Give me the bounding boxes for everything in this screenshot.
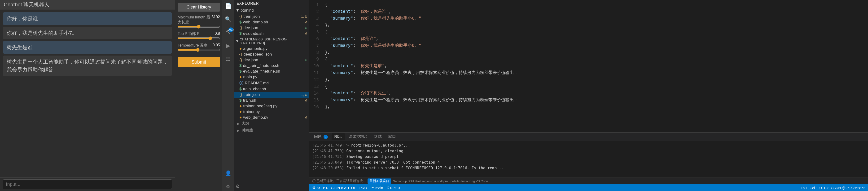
warnings-count: 0 <box>398 186 400 190</box>
sh-icon: $ <box>239 98 242 103</box>
file-web-demo-sh[interactable]: $ web_demo.sh M <box>234 20 309 25</box>
line-numbers: 12345678910111213141516 <box>309 0 321 132</box>
ptuning-section[interactable]: ▼ ptuning <box>234 7 309 14</box>
code-line: { <box>325 83 864 90</box>
temperature-slider[interactable] <box>178 49 220 51</box>
extensions-icon[interactable]: ☷ <box>224 55 232 63</box>
tab-output[interactable]: 输出 <box>332 133 345 140</box>
tab-ports[interactable]: 端口 <box>385 133 399 140</box>
run-icon[interactable]: ▶ <box>224 42 232 50</box>
chatglm-section[interactable]: ▼ CHATGLM2-6B [SSH: REGION-8.AUTODL.PRO] <box>234 36 309 46</box>
sh-icon: $ <box>239 20 242 25</box>
file-ds-train[interactable]: $ ds_train_finetune.sh <box>234 63 309 69</box>
chat-panel: Chatbot 聊天机器人 你好，你是谁你好，我是树先生的助手小7。树先生是谁树… <box>0 0 175 191</box>
file-dev-json-chatglm[interactable]: {} dev.json U <box>234 57 309 63</box>
explorer-settings-icon[interactable]: ⚙ <box>234 182 309 191</box>
line-number: 12 <box>310 76 319 83</box>
reconnect-button[interactable]: 重新加载窗口 <box>368 179 391 184</box>
file-train-chat-sh[interactable]: $ train_chat.sh <box>234 86 309 92</box>
status-bar: ⚙ SSH: REGION-8.AUTODL.PRO ⚯ main ☓ 0 △ … <box>309 184 868 191</box>
file-readme-md[interactable]: ⓘ README.md <box>234 80 309 86</box>
explorer-header: EXPLORER <box>234 0 309 7</box>
code-line: }, <box>325 22 864 29</box>
file-web-demo-py[interactable]: ● web_demo.py M <box>234 115 309 120</box>
explorer-icon[interactable]: 📄 <box>224 2 232 10</box>
json-icon: {} <box>239 26 242 30</box>
file-evaluate-finetune[interactable]: $ evaluate_finetune.sh <box>234 69 309 74</box>
top-p-slider[interactable] <box>178 37 220 40</box>
line-number: 15 <box>310 97 319 103</box>
chat-title: Chatbot 聊天机器人 <box>0 0 175 9</box>
clear-history-button[interactable]: Clear History <box>178 3 220 11</box>
ssh-status[interactable]: ⚙ SSH: REGION-8.AUTODL.PRO <box>312 186 367 190</box>
source-control-badge: 250 <box>228 27 233 32</box>
file-main-py[interactable]: ● main.py <box>234 74 309 80</box>
top-p-group: Top P 顶部 P 0.8 <box>178 31 220 40</box>
tab-debug[interactable]: 调试控制台 <box>346 133 370 140</box>
chat-input-area <box>0 177 175 191</box>
terminal-line: [21:46:41.749] > root@region-8.autodl.pr… <box>312 142 865 148</box>
code-line: "content": "树先生是谁", <box>325 63 864 69</box>
timeline-section[interactable]: ► 时间线 <box>234 127 309 134</box>
line-number: 13 <box>310 83 319 90</box>
line-number: 11 <box>310 69 319 76</box>
editor-area: 12345678910111213141516 { "content": "你好… <box>309 0 868 132</box>
max-length-slider[interactable] <box>178 25 220 28</box>
tab-problems[interactable]: 问题 1 <box>311 133 331 140</box>
connection-status-text: ⓘ 已断开连接。正在尝试重新连接... <box>312 179 366 183</box>
line-number: 9 <box>310 56 319 63</box>
temperature-label: Temperature 温度 0.95 <box>178 43 220 48</box>
line-number: 1 <box>310 1 319 8</box>
warning-icon: △ <box>394 186 396 190</box>
file-dev-json-ptuning[interactable]: {} dev.json U <box>234 25 309 31</box>
json-icon: {} <box>239 58 242 62</box>
line-number: 16 <box>310 103 319 110</box>
max-length-label: Maximum length 最大长度 8192 <box>178 15 220 25</box>
terminal-line: [21:48:20.853] Failed to set up socket f… <box>312 165 865 171</box>
code-content: { "content": "你好，你是谁", "summary": "你好，我是… <box>321 0 868 132</box>
terminal-panel: 问题 1 输出 调试控制台 终端 端口 [21:46:41.749] > roo… <box>309 132 868 184</box>
right-panel: 12345678910111213141516 { "content": "你好… <box>309 0 868 191</box>
code-line: "content": "介绍下树先生", <box>325 90 864 97</box>
submit-button[interactable]: Submit <box>178 57 220 67</box>
py-icon: ● <box>239 46 242 51</box>
author-label: CSDN @2629352872 <box>831 186 865 190</box>
py-icon: ● <box>239 75 242 79</box>
search-icon[interactable]: 🔍 <box>224 15 232 24</box>
line-number: 8 <box>310 49 319 56</box>
file-evaluate-sh[interactable]: $ evaluate.sh M <box>234 31 309 36</box>
accounts-icon[interactable]: 👤 <box>224 169 232 178</box>
file-train-json-chatglm[interactable]: {} train.json 1, U <box>234 92 309 98</box>
line-number: 14 <box>310 90 319 97</box>
file-trainer-py[interactable]: ● trainer.py <box>234 109 309 115</box>
file-train-sh[interactable]: $ train.sh M <box>234 98 309 103</box>
code-line: "summary": "你好，我是树先生的助手小6。" <box>325 42 864 49</box>
settings-icon[interactable]: ⚙ <box>224 183 232 191</box>
code-line: { <box>325 56 864 63</box>
file-train-json-ptuning[interactable]: {} train.json 1, U <box>234 14 309 20</box>
chat-message: 你好，你是谁 <box>3 12 172 25</box>
json-icon: {} <box>239 92 242 97</box>
terminal-bottom-info: ⓘ 已断开连接。正在尝试重新连接... 重新加载窗口 Setting up SS… <box>309 178 868 184</box>
outline-section[interactable]: ► 大纲 <box>234 120 309 127</box>
encoding-label: UTF-8 <box>819 186 830 190</box>
tab-terminal[interactable]: 终端 <box>371 133 384 140</box>
code-line: "summary": "树先生是一个程序员，热衷于用技术探索商业价值，持续努力为… <box>325 69 864 76</box>
errors-status[interactable]: ☓ 0 △ 0 <box>387 186 400 190</box>
settings-panel: Clear History Maximum length 最大长度 8192 T… <box>175 0 222 191</box>
chat-input[interactable] <box>3 180 172 189</box>
terminal-line: [21:46:41.750] Got some output, clearing <box>312 148 865 154</box>
branch-label: main <box>375 186 383 190</box>
code-line: }, <box>325 76 864 83</box>
file-deepspeed-json[interactable]: {} deepspeed.json <box>234 52 309 57</box>
status-info-text: Setting up SSH Host region-8.autodl.pro:… <box>393 180 491 183</box>
file-trainer-seq2seq[interactable]: ● trainer_seq2seq.py <box>234 103 309 109</box>
code-line: "content": "你好，你是谁", <box>325 8 864 15</box>
problems-badge: 1 <box>323 135 328 139</box>
sh-icon: $ <box>239 69 242 74</box>
top-p-label: Top P 顶部 P 0.8 <box>178 31 220 36</box>
branch-status[interactable]: ⚯ main <box>371 186 383 190</box>
source-control-icon[interactable]: ⛏ 250 <box>224 28 232 37</box>
line-number: 2 <box>310 8 319 15</box>
file-arguments-py[interactable]: ● arguments.py <box>234 46 309 52</box>
